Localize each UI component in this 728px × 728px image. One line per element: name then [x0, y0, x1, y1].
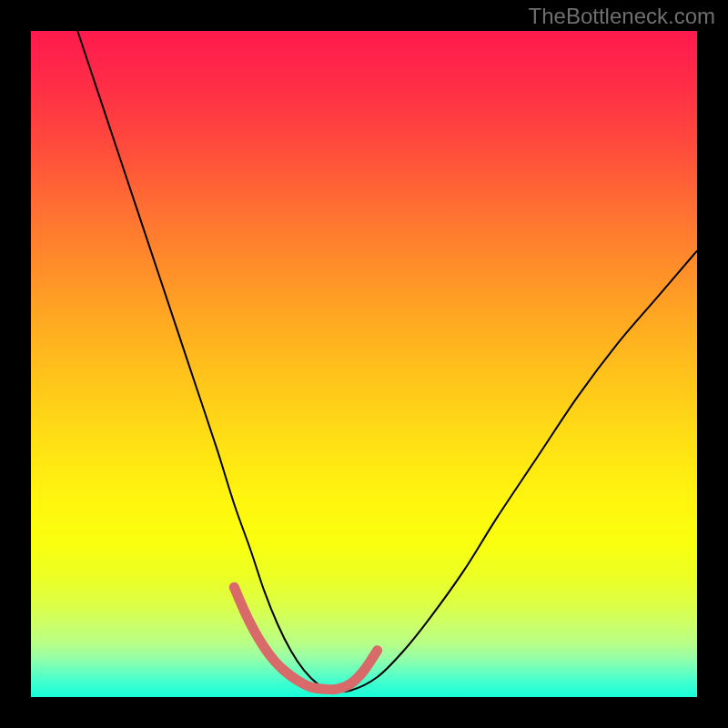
curves-svg: [31, 31, 697, 697]
plot-area: [31, 31, 697, 697]
highlight-band: [234, 587, 377, 690]
bottleneck-curve: [77, 31, 697, 692]
watermark-text: TheBottleneck.com: [529, 4, 715, 29]
chart-container: TheBottleneck.com: [0, 0, 728, 728]
